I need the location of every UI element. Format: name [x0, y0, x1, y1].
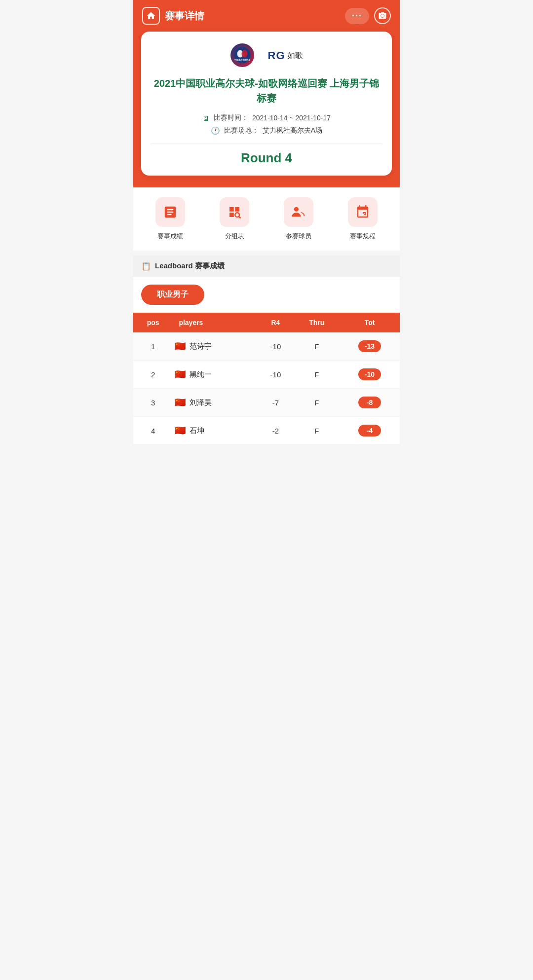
- svg-line-6: [239, 217, 241, 218]
- row-thru: F: [294, 332, 340, 361]
- col-tot: Tot: [340, 313, 400, 332]
- table-header-row: pos players R4 Thru Tot: [133, 313, 400, 332]
- row-pos: 3: [133, 389, 173, 417]
- page-title: 赛事详情: [165, 9, 204, 23]
- header-right: ···: [345, 7, 391, 24]
- nav-item-rules[interactable]: 赛事规程: [348, 197, 378, 241]
- col-pos: pos: [133, 313, 173, 332]
- svg-point-7: [294, 207, 299, 212]
- row-pos: 2: [133, 361, 173, 389]
- row-player: 🇨🇳 黑纯一: [173, 361, 257, 389]
- date-value: 2021-10-14 ~ 2021-10-17: [252, 114, 331, 122]
- calendar-icon: 🗓: [202, 114, 210, 122]
- event-meta: 🗓 比赛时间： 2021-10-14 ~ 2021-10-17 🕐 比赛场地： …: [151, 113, 382, 135]
- table-row[interactable]: 4 🇨🇳 石坤 -2 F -4: [133, 417, 400, 445]
- player-name: 石坤: [190, 426, 204, 436]
- cga-logo: 中国高尔夫球协会: [230, 43, 260, 68]
- nav-item-players[interactable]: 参赛球员: [284, 197, 313, 241]
- nav-item-results[interactable]: 赛事成绩: [155, 197, 185, 241]
- player-name: 范诗宇: [190, 342, 212, 351]
- rg-logo: RG 如歌: [268, 49, 303, 62]
- leaderboard-table: pos players R4 Thru Tot 1 🇨🇳 范诗宇 -10 F -…: [133, 313, 400, 445]
- event-card: 中国高尔夫球协会 RG 如歌 2021中国职业高尔夫球-如歌网络巡回赛 上海男子…: [141, 32, 392, 176]
- svg-point-5: [235, 213, 239, 217]
- row-r4: -10: [257, 361, 294, 389]
- card-divider: [151, 143, 382, 144]
- player-name: 刘泽昊: [190, 398, 212, 407]
- player-flag: 🇨🇳: [175, 425, 186, 436]
- table-row[interactable]: 3 🇨🇳 刘泽昊 -7 F -8: [133, 389, 400, 417]
- venue-value: 艾力枫社高尔夫A场: [263, 126, 322, 135]
- row-player: 🇨🇳 刘泽昊: [173, 389, 257, 417]
- results-label: 赛事成绩: [157, 232, 183, 241]
- more-button[interactable]: ···: [345, 8, 369, 24]
- row-tot: -8: [340, 389, 400, 417]
- event-logos: 中国高尔夫球协会 RG 如歌: [151, 43, 382, 68]
- row-tot: -4: [340, 417, 400, 445]
- venue-label: 比赛场地：: [224, 126, 259, 135]
- row-thru: F: [294, 389, 340, 417]
- nav-item-groups[interactable]: 分组表: [220, 197, 249, 241]
- players-label: 参赛球员: [286, 232, 311, 241]
- quick-nav: 赛事成绩 分组表 参赛球员 赛事规: [133, 187, 400, 251]
- header-left: 赛事详情: [142, 7, 204, 25]
- app-header: 赛事详情 ···: [133, 0, 400, 32]
- svg-point-3: [241, 50, 247, 58]
- row-r4: -2: [257, 417, 294, 445]
- svg-point-0: [381, 14, 384, 17]
- row-r4: -10: [257, 332, 294, 361]
- date-label: 比赛时间：: [214, 113, 248, 122]
- rg-text: RG: [268, 49, 285, 62]
- event-section: 中国高尔夫球协会 RG 如歌 2021中国职业高尔夫球-如歌网络巡回赛 上海男子…: [133, 32, 400, 187]
- groups-icon-wrap: [220, 197, 249, 227]
- row-r4: -7: [257, 389, 294, 417]
- leaderboard-section-header: 📋 Leadboard 赛事成绩: [133, 255, 400, 277]
- groups-label: 分组表: [225, 232, 244, 241]
- player-name: 黑纯一: [190, 370, 212, 379]
- row-player: 🇨🇳 范诗宇: [173, 332, 257, 361]
- results-icon-wrap: [155, 197, 185, 227]
- category-bar: 职业男子: [133, 277, 400, 313]
- col-thru: Thru: [294, 313, 340, 332]
- category-button[interactable]: 职业男子: [141, 285, 204, 305]
- row-pos: 4: [133, 417, 173, 445]
- player-flag: 🇨🇳: [175, 369, 186, 380]
- player-flag: 🇨🇳: [175, 397, 186, 408]
- leaderboard-icon: 📋: [141, 261, 151, 271]
- row-thru: F: [294, 417, 340, 445]
- players-icon-wrap: [284, 197, 313, 227]
- row-pos: 1: [133, 332, 173, 361]
- event-title: 2021中国职业高尔夫球-如歌网络巡回赛 上海男子锦标赛: [151, 76, 382, 106]
- rg-sub: 如歌: [287, 51, 303, 61]
- leaderboard-title: Leadboard 赛事成绩: [155, 261, 225, 271]
- row-player: 🇨🇳 石坤: [173, 417, 257, 445]
- rules-icon-wrap: [348, 197, 378, 227]
- table-row[interactable]: 1 🇨🇳 范诗宇 -10 F -13: [133, 332, 400, 361]
- event-venue-row: 🕐 比赛场地： 艾力枫社高尔夫A场: [151, 126, 382, 135]
- round-label: Round 4: [151, 150, 382, 166]
- table-row[interactable]: 2 🇨🇳 黑纯一 -10 F -10: [133, 361, 400, 389]
- camera-button[interactable]: [374, 7, 391, 24]
- row-tot: -10: [340, 361, 400, 389]
- location-icon: 🕐: [211, 126, 220, 135]
- event-date-row: 🗓 比赛时间： 2021-10-14 ~ 2021-10-17: [151, 113, 382, 122]
- col-players: players: [173, 313, 257, 332]
- home-button[interactable]: [142, 7, 160, 25]
- col-r4: R4: [257, 313, 294, 332]
- row-thru: F: [294, 361, 340, 389]
- rules-label: 赛事规程: [350, 232, 376, 241]
- player-flag: 🇨🇳: [175, 341, 186, 352]
- row-tot: -13: [340, 332, 400, 361]
- svg-text:中国高尔夫球协会: 中国高尔夫球协会: [234, 59, 251, 61]
